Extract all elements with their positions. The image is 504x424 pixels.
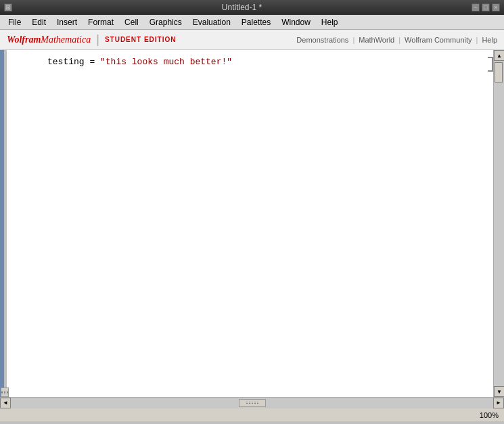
right-scrollbar: ▲ ▼: [493, 50, 504, 397]
help-header-link[interactable]: Help: [482, 36, 497, 44]
maximize-button[interactable]: □: [482, 3, 490, 11]
grip-dots: [1, 391, 8, 394]
menu-file[interactable]: File: [3, 16, 26, 28]
title-bar-controls: − □ ×: [472, 3, 500, 11]
window-icon[interactable]: ⊠: [4, 3, 12, 11]
scroll-grip-horizontal[interactable]: [239, 399, 266, 407]
scroll-left-button[interactable]: ◄: [0, 398, 11, 408]
minimize-button[interactable]: −: [472, 3, 480, 11]
scroll-up-button[interactable]: ▲: [494, 50, 504, 61]
zoom-level: 100%: [480, 411, 499, 419]
scroll-grip-vertical[interactable]: [1, 387, 9, 397]
main-area: testing = "this looks much better!" ▲ ▼: [0, 50, 504, 397]
cell-code[interactable]: testing = "this looks much better!": [47, 57, 480, 67]
close-button[interactable]: ×: [492, 3, 500, 11]
demonstrations-link[interactable]: Demonstrations: [296, 36, 348, 44]
header-links: Demonstrations | MathWorld | Wolfram Com…: [296, 36, 497, 44]
cell-bracket-right[interactable]: [488, 57, 493, 72]
menu-window[interactable]: Window: [276, 16, 316, 28]
menu-edit[interactable]: Edit: [26, 16, 51, 28]
scroll-down-button[interactable]: ▼: [494, 386, 504, 397]
window-title: Untitled-1 *: [12, 3, 472, 12]
menu-graphics[interactable]: Graphics: [144, 16, 187, 28]
wolfram-logo: Wolfram Mathematica | STUDENT EDITION: [7, 32, 176, 47]
status-bar: 100%: [0, 408, 504, 421]
menu-help[interactable]: Help: [316, 16, 344, 28]
wolfram-brand-mathematica: Mathematica: [41, 34, 91, 45]
menu-evaluation[interactable]: Evaluation: [187, 16, 236, 28]
scroll-right-button[interactable]: ►: [493, 398, 504, 408]
code-string: "this looks much better!": [100, 57, 232, 67]
wolfram-community-link[interactable]: Wolfram Community: [405, 36, 472, 44]
scroll-thumb-vertical[interactable]: [495, 62, 503, 83]
menu-bar: File Edit Insert Format Cell Graphics Ev…: [0, 15, 504, 30]
notebook-area[interactable]: testing = "this looks much better!": [7, 50, 493, 397]
mathworld-link[interactable]: MathWorld: [359, 36, 394, 44]
title-bar-left: ⊠: [4, 3, 12, 11]
student-edition-label: STUDENT EDITION: [105, 36, 177, 43]
scroll-down-icon: ▼: [497, 389, 502, 395]
cell-container: testing = "this looks much better!": [7, 51, 493, 72]
scroll-up-icon: ▲: [497, 53, 502, 59]
scroll-track-horizontal[interactable]: [11, 398, 493, 408]
scroll-track-vertical[interactable]: [494, 61, 504, 386]
left-margin: [0, 50, 7, 397]
wolfram-brand-wolfram: Wolfram: [7, 34, 41, 45]
h-grip-dots: [246, 402, 258, 404]
header-separator: |: [96, 32, 99, 47]
code-variable: testing: [47, 57, 85, 67]
menu-format[interactable]: Format: [83, 16, 119, 28]
bottom-scrollbar: ◄ ►: [0, 397, 504, 408]
title-bar: ⊠ Untitled-1 * − □ ×: [0, 0, 504, 15]
menu-insert[interactable]: Insert: [51, 16, 83, 28]
wolfram-header: Wolfram Mathematica | STUDENT EDITION De…: [0, 30, 504, 50]
menu-palettes[interactable]: Palettes: [236, 16, 276, 28]
menu-cell[interactable]: Cell: [119, 16, 144, 28]
scroll-left-icon: ◄: [3, 400, 8, 406]
scroll-right-icon: ►: [496, 400, 501, 406]
